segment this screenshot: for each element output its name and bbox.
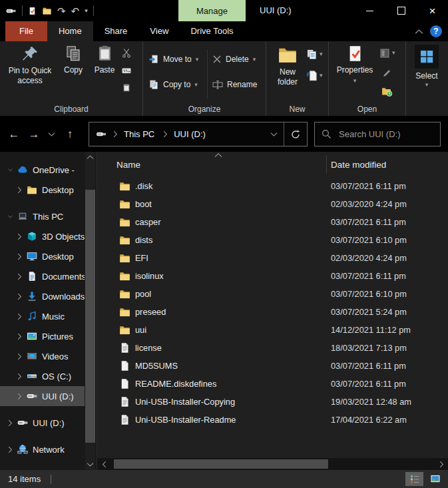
file-name[interactable]: boot (135, 199, 331, 209)
expand-chevron-icon[interactable] (6, 419, 15, 427)
expand-chevron-icon[interactable] (6, 166, 15, 174)
sidebar-item[interactable]: OS (C:) (0, 366, 85, 386)
sidebar-item[interactable]: Network (0, 439, 85, 459)
file-name[interactable]: isolinux (135, 271, 331, 281)
sidebar-item[interactable]: UUI (D:) (0, 413, 85, 433)
breadcrumb-label[interactable]: UUI (D:) (174, 129, 208, 139)
manage-contextual-tab[interactable]: Manage (178, 0, 246, 21)
column-divider[interactable] (326, 155, 327, 174)
delete-button[interactable]: Delete ▾ (212, 51, 256, 68)
table-row[interactable]: MD5SUMS 03/07/2021 6:11 pm (97, 357, 448, 375)
sidebar-item[interactable]: Documents (0, 266, 85, 286)
collapse-ribbon-icon[interactable] (415, 29, 423, 35)
expand-chevron-icon[interactable] (15, 186, 24, 194)
table-row[interactable]: EFI 02/03/2020 4:24 pm (97, 249, 448, 267)
copy-path-button[interactable] (121, 63, 132, 78)
sidebar-item[interactable]: Desktop (0, 246, 85, 266)
sidebar-scrollbar[interactable] (85, 152, 95, 470)
file-name[interactable]: dists (135, 235, 331, 245)
expand-chevron-icon[interactable] (15, 293, 24, 300)
undo-icon[interactable]: ↶ (71, 6, 80, 16)
scroll-left-icon[interactable] (99, 458, 109, 470)
up-button[interactable]: ↑ (61, 117, 79, 152)
properties-icon[interactable] (28, 6, 37, 16)
horizontal-scrollbar-thumb[interactable] (114, 459, 328, 469)
maximize-button[interactable] (385, 0, 417, 21)
tab-drive-tools[interactable]: Drive Tools (178, 21, 246, 41)
minimize-button[interactable] (354, 0, 385, 21)
table-row[interactable]: dists 03/07/2021 6:10 pm (97, 231, 448, 249)
sidebar-item[interactable]: 3D Objects (0, 226, 85, 246)
close-button[interactable]: × (417, 0, 448, 21)
sidebar-item[interactable]: UUI (D:) (0, 386, 85, 406)
table-row[interactable]: casper 03/07/2021 6:11 pm (97, 213, 448, 231)
expand-chevron-icon[interactable] (15, 373, 24, 380)
back-button[interactable]: ← (5, 117, 23, 152)
pin-to-quick-access-button[interactable]: Pin to Quick access (4, 45, 56, 85)
expand-chevron-icon[interactable] (15, 393, 24, 400)
file-name[interactable]: MD5SUMS (135, 361, 331, 371)
file-name[interactable]: uui (135, 325, 331, 335)
table-row[interactable]: Uni-USB-Installer-Readme 17/04/2021 6:22… (97, 411, 448, 429)
table-row[interactable]: preseed 03/07/2021 5:24 pm (97, 303, 448, 321)
column-header-date-modified[interactable]: Date modified (331, 160, 386, 170)
table-row[interactable]: .disk 03/07/2021 6:11 pm (97, 177, 448, 195)
redo-icon[interactable]: ↷ (57, 6, 66, 16)
breadcrumb-segment[interactable]: UUI (D:) (157, 129, 208, 139)
file-name[interactable]: preseed (135, 307, 331, 317)
new-folder-button[interactable]: New folder (269, 45, 306, 87)
table-row[interactable]: license 18/03/2021 7:13 pm (97, 339, 448, 357)
expand-chevron-icon[interactable] (6, 213, 15, 220)
sidebar-item[interactable]: Music (0, 306, 85, 326)
search-input[interactable] (337, 128, 433, 140)
file-name[interactable]: EFI (135, 253, 331, 263)
file-name[interactable]: README.diskdefines (135, 379, 331, 389)
rename-button[interactable]: Rename (212, 76, 257, 93)
file-name[interactable]: license (135, 343, 331, 353)
cut-button[interactable] (121, 45, 132, 61)
breadcrumb[interactable]: This PC UUI (D:) (89, 122, 308, 146)
expand-chevron-icon[interactable] (15, 313, 24, 320)
tab-home[interactable]: Home (47, 21, 93, 41)
forward-button[interactable]: → (25, 117, 43, 152)
sidebar-item[interactable]: Pictures (0, 326, 85, 346)
expand-chevron-icon[interactable] (15, 333, 24, 340)
help-button[interactable]: ? (430, 25, 442, 37)
sidebar-item[interactable]: OneDrive - (0, 160, 85, 180)
customize-toolbar-dropdown-icon[interactable]: ▾ (85, 7, 88, 14)
select-button[interactable]: Select ▾ (411, 45, 443, 88)
scroll-up-icon[interactable] (85, 152, 95, 162)
scroll-right-icon[interactable] (436, 458, 447, 470)
thumbnails-view-button[interactable] (426, 472, 444, 486)
properties-button[interactable]: Properties ▾ (334, 45, 375, 84)
file-name[interactable]: .disk (135, 181, 331, 191)
tab-file[interactable]: File (5, 21, 47, 41)
copy-to-button[interactable]: Copy to ▾ (148, 76, 198, 93)
expand-chevron-icon[interactable] (15, 273, 24, 280)
sidebar-item[interactable]: Videos (0, 346, 85, 366)
sidebar-item[interactable]: Desktop (0, 180, 85, 200)
move-to-button[interactable]: Move to ▾ (148, 51, 198, 68)
horizontal-scrollbar[interactable] (97, 458, 448, 470)
copy-button[interactable]: Copy (59, 45, 88, 75)
table-row[interactable]: Uni-USB-Installer-Copying 19/03/2021 12:… (97, 393, 448, 411)
recent-locations-dropdown-icon[interactable] (44, 117, 59, 152)
sidebar-item[interactable]: This PC (0, 206, 85, 226)
scroll-down-icon[interactable] (85, 459, 95, 470)
table-row[interactable]: isolinux 03/07/2021 6:11 pm (97, 267, 448, 285)
file-name[interactable]: casper (135, 217, 331, 227)
table-row[interactable]: pool 03/07/2021 6:10 pm (97, 285, 448, 303)
details-view-button[interactable] (405, 472, 423, 486)
easy-access-button[interactable]: ▾ (306, 47, 323, 62)
table-row[interactable]: boot 02/03/2020 4:24 pm (97, 195, 448, 213)
expand-chevron-icon[interactable] (15, 233, 24, 240)
expand-chevron-icon[interactable] (6, 446, 15, 453)
expand-chevron-icon[interactable] (15, 253, 24, 260)
history-button[interactable] (379, 84, 395, 99)
expand-chevron-icon[interactable] (15, 353, 24, 360)
new-item-button[interactable]: ▾ (306, 68, 323, 83)
file-name[interactable]: Uni-USB-Installer-Readme (135, 415, 331, 425)
edit-button[interactable] (379, 65, 395, 80)
table-row[interactable]: README.diskdefines 03/07/2021 6:11 pm (97, 375, 448, 393)
paste-button[interactable]: Paste (89, 45, 120, 75)
